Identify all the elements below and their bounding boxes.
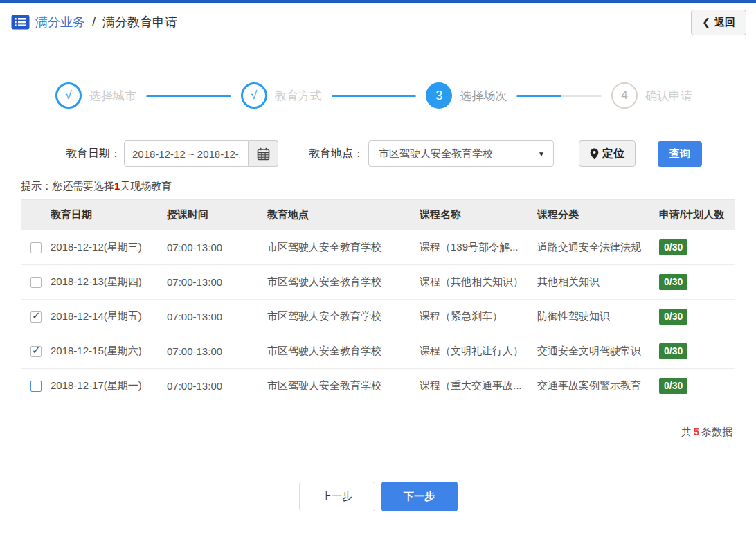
- step-1-label: 选择城市: [89, 88, 136, 104]
- step-confirm-application: 4 确认申请: [611, 82, 692, 109]
- cell-category: 其他相关知识: [537, 275, 659, 289]
- col-header-date: 教育日期: [51, 208, 167, 221]
- education-location-label: 教育地点：: [309, 147, 364, 161]
- col-header-category: 课程分类: [537, 208, 659, 221]
- step-education-mode: √ 教育方式: [241, 82, 322, 109]
- location-select[interactable]: 市区驾驶人安全教育学校 ▼: [368, 140, 554, 167]
- map-pin-icon: [590, 148, 599, 160]
- locate-button-label: 定位: [602, 147, 624, 161]
- session-table: 教育日期 授课时间 教育地点 课程名称 课程分类 申请/计划人数 2018-12…: [21, 199, 735, 403]
- cell-course: 课程（其他相关知识）: [420, 275, 537, 289]
- step-indicator: √ 选择城市 √ 教育方式 3 选择场次 4 确认申请: [55, 82, 692, 109]
- step-select-city: √ 选择城市: [55, 82, 136, 109]
- row-checkbox[interactable]: [30, 277, 42, 288]
- cell-course: 课程（重大交通事故...: [420, 379, 537, 392]
- cell-time: 07:00-13:00: [167, 345, 267, 357]
- row-checkbox[interactable]: [30, 381, 42, 392]
- step-select-session: 3 选择场次: [426, 82, 507, 109]
- row-checkbox[interactable]: [30, 242, 42, 253]
- list-icon: [11, 15, 30, 30]
- cell-time: 07:00-13:00: [167, 311, 267, 323]
- step-4-label: 确认申请: [645, 88, 692, 104]
- filter-bar: 教育日期： 教育地点： 市区驾驶人安全教育学校 ▼ 定位 查询: [66, 140, 756, 167]
- chevron-left-icon: ❮: [702, 17, 710, 28]
- table-row: 2018-12-17(星期一) 07:00-13:00 市区驾驶人安全教育学校 …: [21, 368, 735, 403]
- table-row: 2018-12-13(星期四) 07:00-13:00 市区驾驶人安全教育学校 …: [21, 264, 735, 299]
- next-step-button[interactable]: 下一步: [381, 482, 458, 511]
- cell-place: 市区驾驶人安全教育学校: [267, 379, 420, 392]
- cell-category: 交通安全文明驾驶常识: [537, 345, 659, 358]
- record-count-number: 5: [692, 426, 701, 437]
- selection-hint: 提示：您还需要选择1天现场教育: [21, 180, 756, 193]
- capacity-badge: 0/30: [659, 239, 687, 255]
- cell-place: 市区驾驶人安全教育学校: [267, 310, 420, 323]
- capacity-badge: 0/30: [659, 309, 687, 325]
- wizard-navigation: 上一步 下一步: [0, 482, 756, 511]
- cell-date: 2018-12-17(星期一): [51, 379, 167, 392]
- step-connector: [146, 95, 231, 97]
- capacity-badge: 0/30: [659, 378, 687, 394]
- locate-button[interactable]: 定位: [579, 140, 636, 167]
- page-header: 满分业务 / 满分教育申请 ❮ 返回: [0, 3, 756, 42]
- prev-step-button[interactable]: 上一步: [299, 482, 375, 511]
- table-row: 2018-12-14(星期五) 07:00-13:00 市区驾驶人安全教育学校 …: [21, 299, 735, 334]
- col-header-place: 教育地点: [267, 208, 420, 221]
- cell-date: 2018-12-14(星期五): [51, 310, 167, 323]
- record-count-summary: 共5条数据: [0, 426, 732, 439]
- chevron-down-icon: ▼: [538, 150, 545, 158]
- date-range-input[interactable]: [124, 140, 249, 167]
- table-row: 2018-12-12(星期三) 07:00-13:00 市区驾驶人安全教育学校 …: [21, 230, 735, 264]
- cell-time: 07:00-13:00: [167, 242, 267, 253]
- table-header-row: 教育日期 授课时间 教育地点 课程名称 课程分类 申请/计划人数: [21, 200, 735, 230]
- step-4-circle: 4: [611, 82, 638, 109]
- cell-course: 课程（139号部令解...: [420, 241, 537, 254]
- breadcrumb-separator: /: [92, 15, 96, 30]
- cell-category: 交通事故案例警示教育: [537, 379, 659, 392]
- col-header-count: 申请/计划人数: [659, 208, 735, 221]
- breadcrumb-section[interactable]: 满分业务: [35, 14, 85, 30]
- back-button-label: 返回: [714, 16, 735, 29]
- cell-place: 市区驾驶人安全教育学校: [267, 275, 420, 289]
- cell-course: 课程（紧急刹车）: [420, 310, 537, 323]
- step-3-circle: 3: [426, 82, 452, 109]
- cell-time: 07:00-13:00: [167, 380, 267, 392]
- location-select-value: 市区驾驶人安全教育学校: [379, 147, 493, 161]
- cell-course: 课程（文明礼让行人）: [420, 345, 537, 358]
- cell-date: 2018-12-15(星期六): [51, 345, 167, 358]
- step-2-label: 教育方式: [275, 88, 322, 104]
- query-button[interactable]: 查询: [658, 141, 702, 167]
- cell-place: 市区驾驶人安全教育学校: [267, 241, 420, 254]
- education-date-label: 教育日期：: [66, 147, 121, 161]
- cell-category: 防御性驾驶知识: [537, 310, 659, 323]
- cell-category: 道路交通安全法律法规: [537, 241, 659, 254]
- cell-place: 市区驾驶人安全教育学校: [267, 345, 420, 358]
- step-connector: [516, 95, 602, 97]
- back-button[interactable]: ❮ 返回: [691, 10, 746, 35]
- capacity-badge: 0/30: [659, 274, 687, 290]
- col-header-time: 授课时间: [167, 208, 267, 221]
- capacity-badge: 0/30: [659, 343, 687, 359]
- calendar-icon: [257, 147, 270, 161]
- step-1-circle: √: [55, 82, 82, 109]
- step-connector: [332, 95, 417, 97]
- step-2-circle: √: [241, 82, 267, 109]
- cell-date: 2018-12-13(星期四): [51, 275, 167, 289]
- calendar-button[interactable]: [249, 140, 278, 167]
- row-checkbox[interactable]: [30, 311, 42, 323]
- step-3-label: 选择场次: [460, 88, 507, 104]
- cell-time: 07:00-13:00: [167, 276, 267, 288]
- table-row: 2018-12-15(星期六) 07:00-13:00 市区驾驶人安全教育学校 …: [21, 334, 735, 368]
- row-checkbox[interactable]: [30, 346, 42, 357]
- breadcrumb-page: 满分教育申请: [102, 14, 177, 30]
- cell-date: 2018-12-12(星期三): [51, 241, 167, 254]
- col-header-course: 课程名称: [420, 208, 537, 221]
